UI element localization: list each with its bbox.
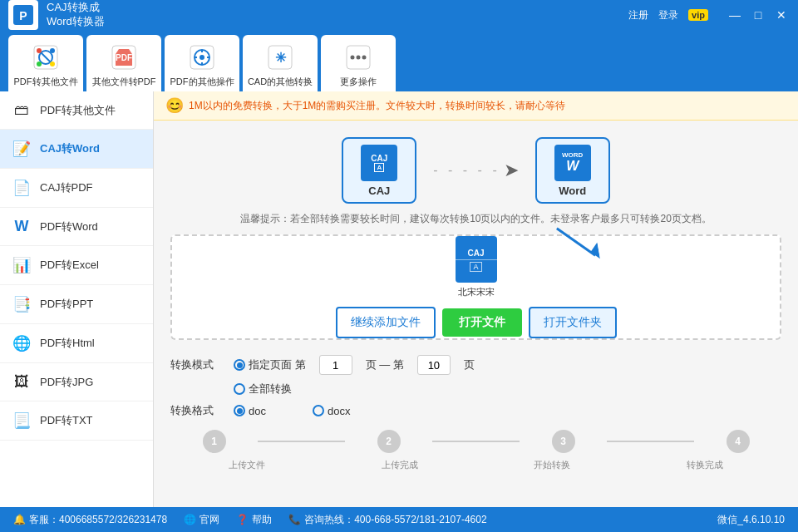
mode-all-radio-dot (234, 383, 245, 395)
pdf-other-icon (31, 42, 61, 72)
format-doc-radio[interactable]: doc (234, 405, 266, 417)
sidebar: 🗃 PDF转其他文件 📝 CAJ转Word 📄 CAJ转PDF W PDF转Wo… (0, 91, 154, 507)
website-link[interactable]: 🌐 官网 (184, 513, 219, 527)
window-controls: — □ ✕ (727, 7, 790, 23)
sidebar-item-pdf-word[interactable]: W PDF转Word (0, 208, 153, 246)
step-circle-1: 1 (203, 430, 226, 453)
format-option-row: 转换格式 doc docx (170, 403, 781, 418)
buttons-row: 继续添加文件 打开文件 打开文件夹 (336, 307, 617, 338)
register-button[interactable]: 注册 (628, 8, 648, 22)
svg-point-6 (50, 48, 55, 53)
pdf-jpg-sidebar-label: PDF转JPG (40, 375, 93, 390)
open-folder-button[interactable]: 打开文件夹 (529, 307, 617, 338)
mode-all-radio[interactable]: 全部转换 (234, 382, 292, 397)
close-button[interactable]: ✕ (773, 7, 790, 23)
pointer-arrow (552, 218, 600, 266)
title-bar-left: P CAJ转换成 Word转换器 (8, 0, 105, 30)
pdf-ops-icon (187, 42, 217, 72)
customer-service: 🔔 客服：4006685572/326231478 (13, 513, 167, 527)
help-icon: ❓ (236, 514, 249, 525)
help-link[interactable]: ❓ 帮助 (236, 513, 272, 527)
pdf-ppt-sidebar-label: PDF转PPT (40, 297, 93, 312)
sidebar-item-caj-word[interactable]: 📝 CAJ转Word (0, 130, 153, 169)
hotline-text: 咨询热线：400-668-5572/181-2107-4602 (304, 513, 486, 527)
toolbar-pdf-ops[interactable]: PDF的其他操作 (165, 35, 239, 91)
svg-point-5 (37, 48, 42, 53)
format-doc-dot (234, 405, 245, 416)
caj-pdf-sidebar-label: CAJ转PDF (40, 180, 93, 195)
help-text: 帮助 (252, 513, 272, 527)
bell-icon: 🔔 (13, 514, 26, 525)
pdf-txt-sidebar-label: PDF转TXT (40, 413, 93, 428)
pdf-jpg-sidebar-icon: 🖼 (12, 373, 32, 391)
toolbar-cad[interactable]: ✳ CAD的其他转换 (243, 35, 318, 91)
sidebar-item-pdf-txt[interactable]: 📃 PDF转TXT (0, 401, 153, 441)
sidebar-item-pdf-other[interactable]: 🗃 PDF转其他文件 (0, 91, 153, 130)
mode-page-radio-dot (234, 359, 245, 371)
word-file-box: WORD W Word (535, 137, 610, 204)
svg-point-23 (362, 55, 367, 59)
step-label-4: 转换完成 (628, 456, 781, 471)
pdf-ppt-sidebar-icon: 📑 (12, 295, 32, 313)
sidebar-item-pdf-jpg[interactable]: 🖼 PDF转JPG (0, 363, 153, 401)
page-from-input[interactable] (319, 355, 352, 375)
pdf-word-sidebar-icon: W (12, 218, 32, 235)
continue-add-button[interactable]: 继续添加文件 (336, 307, 436, 338)
main-layout: 🗃 PDF转其他文件 📝 CAJ转Word 📄 CAJ转PDF W PDF转Wo… (0, 91, 798, 507)
progress-steps-row: 1 2 3 4 (170, 430, 781, 453)
mode-label: 转换模式 (170, 357, 220, 372)
hint-text: 温馨提示：若全部转换需要较长时间，建议每次转换10页以内的文件。未登录客户最多只… (154, 212, 798, 234)
format-doc-label: doc (249, 405, 266, 417)
step-connector-1-2 (258, 441, 345, 442)
sidebar-item-caj-pdf[interactable]: 📄 CAJ转PDF (0, 169, 153, 208)
pdf-word-sidebar-label: PDF转Word (40, 219, 98, 234)
sidebar-item-pdf-ppt[interactable]: 📑 PDF转PPT (0, 285, 153, 324)
more-icon (343, 42, 373, 72)
pdf-other-sidebar-label: PDF转其他文件 (40, 103, 116, 118)
page-to-input[interactable] (417, 355, 451, 375)
notice-bar: 😊 1M以内的免费转换，大于1M的需购买注册。文件较大时，转换时间较长，请耐心等… (154, 91, 798, 121)
svg-point-22 (357, 55, 361, 59)
maximize-button[interactable]: □ (750, 7, 766, 23)
preview-icon: CAJ A (456, 236, 497, 283)
other-pdf-icon: PDF (109, 42, 139, 72)
toolbar-other-pdf[interactable]: PDF 其他文件转PDF (86, 35, 161, 91)
drop-zone[interactable]: CAJ A 北宋宋宋 继续添加文件 打开文件 打开文件夹 (170, 234, 781, 340)
step-connector-3-4 (607, 441, 694, 442)
progress-area: 1 2 3 4 上传文件 上传完成 (154, 425, 798, 471)
format-label: 转换格式 (170, 403, 220, 418)
caj-word-sidebar-label: CAJ转Word (40, 141, 100, 156)
vip-badge[interactable]: vip (688, 9, 708, 21)
step-circle-4: 4 (727, 430, 750, 453)
step-circle-2: 2 (377, 430, 401, 453)
notice-text: 1M以内的免费转换，大于1M的需购买注册。文件较大时，转换时间较长，请耐心等待 (189, 99, 565, 113)
sidebar-item-pdf-excel[interactable]: 📊 PDF转Excel (0, 246, 153, 285)
app-title: CAJ转换成 Word转换器 (47, 1, 105, 29)
caj-label: CAJ (368, 185, 390, 197)
format-docx-label: docx (328, 405, 350, 417)
status-bar: 🔔 客服：4006685572/326231478 🌐 官网 ❓ 帮助 📞 咨询… (0, 507, 798, 532)
progress-step-3: 3 (520, 430, 607, 453)
toolbar-more[interactable]: 更多操作 (321, 35, 396, 91)
toolbar-more-label: 更多操作 (340, 76, 377, 88)
minimize-button[interactable]: — (727, 7, 743, 23)
step-label-1: 上传文件 (170, 456, 323, 471)
toolbar-pdf-ops-label: PDF的其他操作 (170, 76, 234, 88)
content-area: 😊 1M以内的免费转换，大于1M的需购买注册。文件较大时，转换时间较长，请耐心等… (154, 91, 798, 507)
app-logo: P (8, 0, 38, 30)
toolbar-pdf-other-label: PDF转其他文件 (14, 76, 78, 88)
svg-line-24 (557, 223, 595, 261)
open-file-button[interactable]: 打开文件 (442, 308, 522, 337)
caj-pdf-sidebar-icon: 📄 (12, 179, 32, 197)
toolbar-pdf-other[interactable]: PDF转其他文件 (8, 35, 83, 91)
login-button[interactable]: 登录 (658, 8, 678, 22)
step-circle-3: 3 (552, 430, 575, 453)
progress-step-1: 1 (170, 430, 258, 453)
caj-file-box: CAJ A CAJ (342, 137, 416, 204)
mode-option-row: 转换模式 指定页面 第 页 — 第 页 (170, 355, 781, 375)
sidebar-item-pdf-html[interactable]: 🌐 PDF转Html (0, 324, 153, 363)
title-bar-right: 注册 登录 vip — □ ✕ (628, 7, 790, 23)
format-docx-radio[interactable]: docx (313, 405, 350, 417)
mode-page-radio[interactable]: 指定页面 第 (234, 357, 306, 372)
svg-point-13 (200, 55, 204, 60)
